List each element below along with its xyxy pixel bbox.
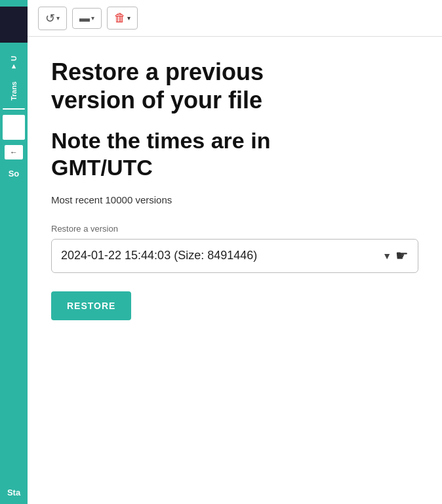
delete-icon: 🗑 (114, 11, 126, 25)
main-heading: Restore a previous version of your file (51, 58, 418, 114)
archive-icon: ▬ (79, 12, 90, 24)
version-value: 2024-01-22 15:44:03 (Size: 8491446) (61, 249, 382, 262)
sidebar-back-arrow[interactable]: ← (5, 145, 23, 159)
history-icon: ↺ (45, 11, 55, 26)
sidebar: ▼ U Trans ← So Sta (0, 0, 28, 504)
sidebar-so-label: So (9, 169, 20, 178)
sidebar-top-block (0, 7, 28, 43)
restore-button[interactable]: RESTORE (51, 291, 131, 320)
dropdown-arrow-icon: ▼ (382, 251, 392, 261)
versions-note: Most recent 10000 versions (51, 194, 418, 205)
history-button[interactable]: ↺ ▾ (38, 7, 67, 30)
sidebar-trans-label: Trans (10, 81, 18, 100)
cursor-icon: ☛ (395, 247, 409, 264)
sidebar-sta-label: Sta (7, 488, 20, 497)
sub-heading: Note the times are in GMT/UTC (51, 127, 418, 181)
delete-chevron: ▾ (127, 14, 131, 22)
toolbar: ↺ ▾ ▬ ▾ 🗑 ▾ (28, 0, 442, 37)
archive-button[interactable]: ▬ ▾ (72, 8, 102, 29)
delete-button[interactable]: 🗑 ▾ (107, 7, 138, 30)
restore-label: Restore a version (51, 224, 418, 234)
sidebar-filter-label: ▼ U (9, 51, 19, 76)
main-panel: Restore a previous version of your file … (28, 37, 442, 504)
history-chevron: ▾ (56, 14, 60, 22)
version-dropdown[interactable]: 2024-01-22 15:44:03 (Size: 8491446) ▼ ☛ (51, 239, 418, 273)
archive-chevron: ▾ (91, 14, 94, 22)
sidebar-white-box (3, 115, 25, 140)
